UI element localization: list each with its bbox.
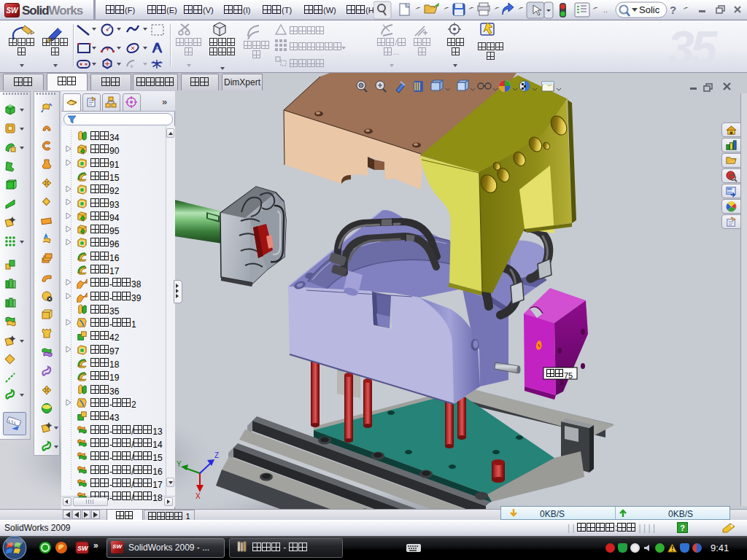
svg-text:Z: Z: [214, 451, 219, 459]
svg-text:»: »: [93, 540, 98, 551]
svg-text:?: ?: [670, 4, 676, 16]
svg-text:SW: SW: [77, 545, 89, 552]
svg-text:..: ..: [603, 5, 608, 14]
svg-text:Solic: Solic: [639, 4, 660, 15]
svg-text:X: X: [196, 492, 201, 500]
svg-text:Y: Y: [177, 460, 182, 468]
